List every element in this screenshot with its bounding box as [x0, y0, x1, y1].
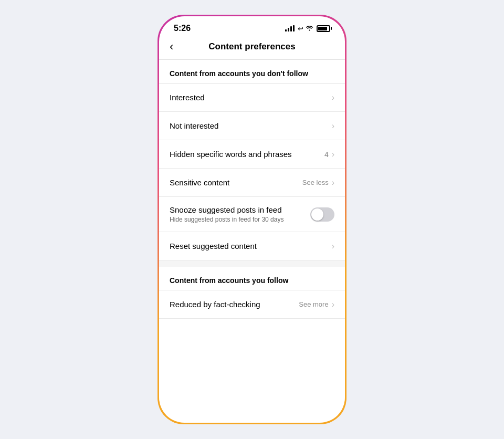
phone-frame: 5:26 ↩ [158, 15, 346, 424]
chevron-icon: › [332, 178, 334, 187]
menu-item-hidden-words[interactable]: Hidden specific words and phrases 4 › [159, 140, 345, 169]
chevron-icon: › [332, 150, 334, 159]
hidden-words-count: 4 [324, 150, 329, 159]
not-interested-label: Not interested [170, 121, 332, 130]
chevron-icon: › [332, 121, 334, 131]
signal-icon [285, 25, 295, 32]
interested-label: Interested [170, 93, 332, 102]
content-area: Content from accounts you don't follow I… [159, 60, 345, 423]
toggle-thumb [311, 208, 323, 221]
chevron-icon: › [332, 93, 334, 102]
chevron-icon: › [332, 300, 334, 309]
section-follow-header: Content from accounts you follow [159, 267, 345, 290]
menu-item-snooze[interactable]: Snooze suggested posts in feed Hide sugg… [159, 197, 345, 232]
fact-checking-label: Reduced by fact-checking [170, 300, 299, 309]
status-time: 5:26 [174, 24, 191, 33]
page-header: ‹ Content preferences [159, 36, 345, 60]
phone-border: 5:26 ↩ [158, 15, 346, 424]
reset-label: Reset suggested content [170, 242, 332, 250]
snooze-subtitle: Hide suggested posts in feed for 30 days [170, 216, 310, 223]
section-not-follow-header: Content from accounts you don't follow [159, 60, 345, 83]
menu-item-not-interested[interactable]: Not interested › [159, 112, 345, 140]
fact-checking-see-label: See more [299, 300, 328, 308]
chevron-icon: › [332, 242, 334, 251]
status-bar: 5:26 ↩ [159, 16, 345, 36]
snooze-label: Snooze suggested posts in feed [170, 205, 310, 214]
menu-item-sensitive[interactable]: Sensitive content See less › [159, 169, 345, 197]
menu-item-reset[interactable]: Reset suggested content › [159, 232, 345, 260]
menu-item-fact-checking[interactable]: Reduced by fact-checking See more › [159, 290, 345, 319]
menu-item-interested[interactable]: Interested › [159, 83, 345, 112]
section-divider [159, 260, 345, 267]
status-icons: ↩ [285, 25, 330, 33]
phone-screen: 5:26 ↩ [159, 16, 345, 423]
page-title: Content preferences [208, 41, 295, 52]
sensitive-see-label: See less [302, 179, 329, 186]
back-button[interactable]: ‹ [170, 41, 173, 53]
wifi-icon: ↩ [298, 25, 313, 33]
battery-icon [317, 25, 330, 32]
sensitive-label: Sensitive content [170, 178, 302, 187]
snooze-toggle[interactable] [310, 207, 334, 222]
hidden-words-label: Hidden specific words and phrases [170, 150, 324, 159]
